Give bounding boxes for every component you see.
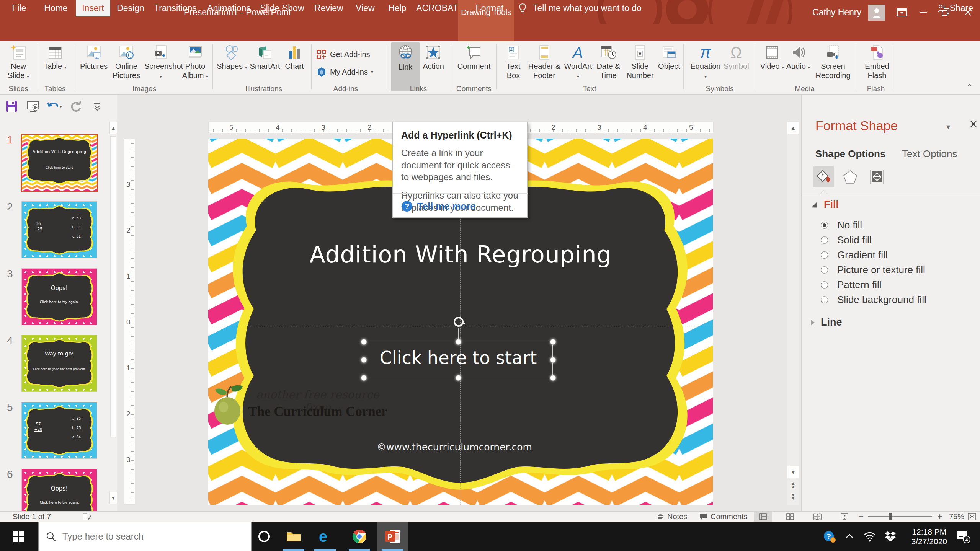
tray-clock[interactable]: 12:18 PM 3/27/2020 [911, 527, 947, 546]
tell-me-box[interactable]: Tell me what you want to do [518, 0, 642, 16]
slide-thumbnail-1[interactable]: Addition With Regrouping Click here to s… [22, 135, 97, 191]
effects-icon-button[interactable] [840, 166, 861, 187]
online-pictures-button[interactable]: Online Pictures [110, 42, 143, 80]
zoom-slider-track[interactable] [868, 516, 932, 517]
chrome-button[interactable] [345, 522, 374, 551]
dropbox-button[interactable] [880, 522, 900, 551]
radio[interactable] [821, 251, 828, 259]
cta-text[interactable]: Click here to start [364, 347, 552, 368]
taskbar-search[interactable] [38, 522, 252, 551]
chart-button[interactable]: Chart [282, 42, 307, 71]
get-addins-button[interactable]: Get Add-ins [316, 48, 381, 61]
equation-button[interactable]: π Equation ▾ [688, 42, 723, 81]
share-button[interactable]: Share [937, 0, 973, 16]
radio-selected[interactable] [821, 222, 828, 229]
tab-transitions[interactable]: Transitions [152, 0, 198, 16]
tab-insert[interactable]: Insert [76, 0, 110, 16]
wordart-button[interactable]: A WordArt ▾ [563, 42, 593, 81]
pictures-button[interactable]: Pictures [78, 42, 109, 71]
cta-textbox[interactable]: Click here to start [364, 342, 553, 378]
object-button[interactable]: Object [657, 42, 681, 71]
save-button[interactable] [4, 99, 19, 114]
fill-option-pattern[interactable]: Pattern fill [821, 278, 882, 291]
thumbnail-scrollbar-thumb[interactable] [110, 136, 116, 437]
my-addins-button[interactable]: My Add-ins ▾ [316, 65, 381, 78]
tray-help-button[interactable]: ? [819, 522, 839, 551]
radio[interactable] [821, 266, 828, 274]
zoom-in-button[interactable]: + [937, 512, 942, 522]
tab-animations[interactable]: Animations [205, 0, 253, 16]
tell-me-more-link[interactable]: ? Tell me more [401, 201, 475, 212]
reading-view-button[interactable] [808, 512, 826, 522]
undo-button[interactable]: ▾ [47, 99, 62, 114]
selection-handle-s[interactable] [456, 375, 461, 381]
selection-handle-n[interactable] [456, 339, 461, 345]
start-button[interactable] [0, 522, 38, 551]
tab-view[interactable]: View [352, 0, 378, 16]
radio[interactable] [821, 281, 828, 289]
new-slide-button[interactable]: New Slide ▾ [3, 42, 34, 81]
fill-option-picture[interactable]: Picture or texture fill [821, 263, 925, 276]
radio[interactable] [821, 296, 828, 303]
tab-help[interactable]: Help [385, 0, 410, 16]
normal-view-button[interactable] [754, 512, 772, 522]
file-explorer-button[interactable] [279, 522, 308, 551]
photo-album-button[interactable]: Photo Album ▾ [179, 42, 212, 81]
audio-button[interactable]: Audio ▾ [786, 42, 811, 72]
smartart-button[interactable]: SmartArt [249, 42, 281, 71]
tab-home[interactable]: Home [40, 0, 72, 16]
comments-button[interactable]: Comments [699, 512, 748, 522]
zoom-slider-thumb[interactable] [889, 513, 892, 520]
slide-thumbnail-3[interactable]: Oops! Click here to try again. [22, 269, 97, 325]
selection-handle-sw[interactable] [361, 375, 367, 381]
start-from-beginning-button[interactable] [25, 99, 41, 114]
slide-thumbnail-4[interactable]: Way to go! Click here to go to the next … [22, 335, 97, 391]
screenshot-button[interactable]: Screenshot ▾ [144, 42, 177, 81]
slideshow-view-button[interactable] [835, 512, 854, 522]
radio[interactable] [821, 236, 828, 244]
redo-button[interactable] [68, 99, 83, 114]
tab-acrobat[interactable]: ACROBAT [416, 0, 459, 16]
slide-indicator[interactable]: Slide 1 of 7 [13, 512, 51, 522]
fill-option-gradient[interactable]: Gradient fill [821, 248, 888, 261]
tab-format[interactable]: Format [475, 0, 505, 16]
video-button[interactable]: Video ▾ [760, 42, 785, 72]
notification-center-button[interactable]: 4 [952, 522, 975, 551]
selection-handle-nw[interactable] [361, 339, 367, 345]
tab-review[interactable]: Review [312, 0, 345, 16]
search-input[interactable] [62, 531, 231, 542]
tab-design[interactable]: Design [114, 0, 147, 16]
edge-button[interactable]: e [311, 522, 339, 551]
slide-thumbnail-5[interactable]: 57 +28 a. 85 b. 75 c. 84 [22, 402, 97, 458]
header-footer-button[interactable]: Header & Footer [527, 42, 562, 80]
user-name[interactable]: Cathy Henry [812, 0, 861, 24]
screen-recording-button[interactable]: Screen Recording [812, 42, 854, 80]
tab-shape-options[interactable]: Shape Options [815, 148, 885, 160]
comment-button[interactable]: Comment [456, 42, 492, 71]
ribbon-display-options-button[interactable] [891, 0, 913, 24]
scroll-down-button[interactable]: ▼ [787, 466, 799, 478]
cortana-button[interactable] [254, 522, 274, 551]
tab-text-options[interactable]: Text Options [902, 148, 957, 160]
selection-handle-se[interactable] [550, 375, 556, 381]
table-button[interactable]: Table ▾ [41, 42, 69, 72]
editor-scrollbar[interactable] [787, 122, 799, 505]
notes-button[interactable]: Notes [657, 512, 687, 522]
panel-menu-button[interactable]: ▾ [946, 122, 950, 131]
rotation-handle[interactable] [452, 315, 465, 328]
selection-handle-ne[interactable] [550, 339, 556, 345]
vertical-ruler[interactable]: 3 2 1 0 1 2 3 [124, 139, 135, 505]
slide-title-text[interactable]: Addition With Regrouping [208, 241, 713, 268]
fill-option-slide-background[interactable]: Slide background fill [821, 293, 926, 306]
tray-expand-button[interactable] [841, 522, 858, 551]
panel-close-button[interactable] [969, 120, 978, 130]
spell-check-button[interactable] [82, 512, 92, 522]
fill-line-icon-button[interactable] [813, 166, 834, 187]
collapse-ribbon-button[interactable]: ⌃ [966, 82, 973, 91]
thumbnail-scrollbar[interactable] [109, 122, 117, 504]
slide-thumbnail-2[interactable]: 36 +25 a. 53 b. 51 c. 61 [22, 202, 97, 258]
fit-slide-button[interactable] [968, 512, 976, 522]
minimize-button[interactable] [913, 0, 934, 24]
fill-option-no-fill[interactable]: No fill [821, 218, 862, 231]
powerpoint-taskbar-button[interactable]: P [377, 522, 408, 551]
